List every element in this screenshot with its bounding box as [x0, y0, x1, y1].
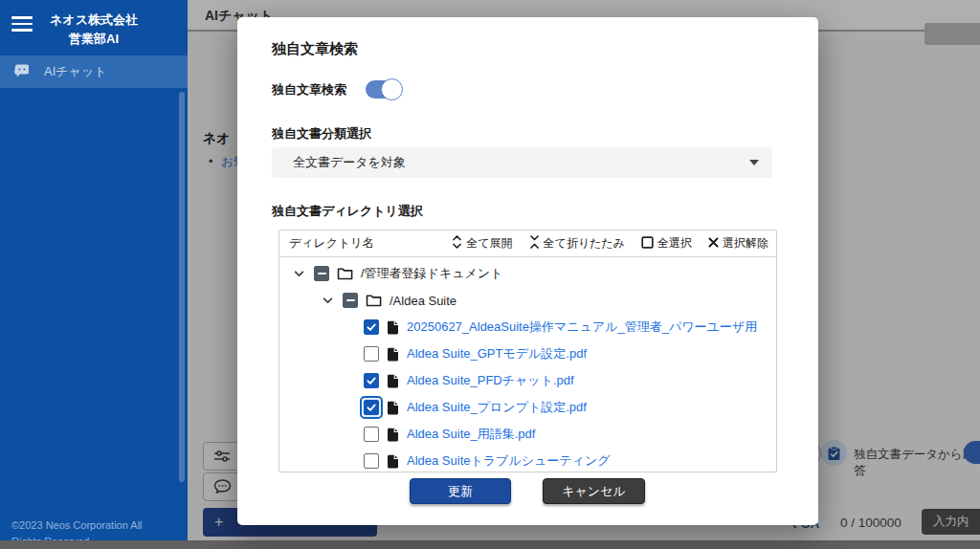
app-window: ネオス株式会社 営業部AI AIチャット ©2023 Neos Corporat… [0, 0, 980, 549]
dialog-title: 独自文章検索 [272, 40, 358, 58]
collapse-all-button[interactable]: 全て折りたたみ [529, 235, 625, 252]
app-name: 営業部AI [0, 30, 188, 49]
file-link[interactable]: 20250627_AldeaSuite操作マニュアル_管理者_パワーユーザ用 [407, 318, 757, 336]
deselect-all-label: 選択解除 [723, 235, 768, 252]
folder-icon [337, 267, 353, 280]
update-button[interactable]: 更新 [410, 478, 511, 504]
chevron-down-icon [749, 160, 759, 165]
file-link[interactable]: Aldea Suite_GPTモデル設定.pdf [407, 345, 587, 362]
tree-row-file: 20250627_AldeaSuite操作マニュアル_管理者_パワーユーザ用 [279, 314, 776, 340]
tree-row-folder: /管理者登録ドキュメント [279, 260, 776, 287]
checkbox-focus-ring [360, 396, 383, 419]
chat-bot-icon [13, 64, 31, 79]
sidebar-item-ai-chat[interactable]: AIチャット [0, 55, 188, 88]
sidebar-scrollbar[interactable] [179, 92, 185, 482]
file-icon [387, 374, 399, 388]
select-all-label: 全選択 [657, 235, 692, 252]
window-bottom-edge [0, 540, 980, 549]
file-link[interactable]: Aldea Suite_プロンプト設定.pdf [407, 399, 587, 416]
folder-name[interactable]: /管理者登録ドキュメント [361, 265, 502, 282]
unfold-more-icon [452, 235, 462, 252]
file-checkbox-unchecked[interactable] [364, 427, 379, 442]
company-name: ネオス株式会社 [0, 11, 188, 30]
tree-row-file: Aldea Suite_GPTモデル設定.pdf [279, 340, 776, 367]
sidebar-item-label: AIチャット [44, 63, 107, 80]
toggle-knob [381, 78, 403, 100]
category-select-label: 独自文書分類選択 [272, 125, 371, 143]
tree-row-file: Aldea Suite_用語集.pdf [279, 421, 776, 448]
tree-row-file: Aldea Suite_PFDチャット.pdf [279, 367, 776, 394]
sidebar-title: ネオス株式会社 営業部AI [0, 11, 188, 49]
chevron-down-icon[interactable] [293, 268, 306, 280]
close-x-icon [708, 237, 719, 251]
file-icon [387, 454, 399, 469]
search-toggle-label: 独自文章検索 [272, 81, 366, 99]
file-icon [387, 428, 399, 442]
custom-document-search-dialog: 独自文章検索 独自文章検索 独自文書分類選択 全文書データを対象 独自文書ディレ… [237, 17, 818, 525]
file-checkbox-checked[interactable] [364, 400, 379, 415]
category-select[interactable]: 全文書データを対象 [272, 147, 772, 178]
cancel-button[interactable]: キャンセル [543, 478, 645, 504]
folder-icon [366, 294, 382, 307]
category-selected-value: 全文書データを対象 [293, 154, 749, 171]
file-icon [387, 347, 399, 362]
tree-body: /管理者登録ドキュメント/Aldea Suite20250627_AldeaSu… [279, 257, 776, 472]
file-icon [387, 401, 399, 415]
tree-row-folder: /Aldea Suite [279, 287, 776, 314]
folder-checkbox-indeterminate[interactable] [314, 266, 329, 281]
expand-all-button[interactable]: 全て展開 [452, 235, 512, 252]
tree-row-file: Aldea Suiteトラブルシューティング [279, 448, 776, 472]
file-link[interactable]: Aldea Suite_用語集.pdf [407, 426, 535, 443]
directory-tree-table: ディレクトリ名 全て展開 全て折りたたみ 全選択 [278, 230, 777, 472]
tree-table-header: ディレクトリ名 全て展開 全て折りたたみ 全選択 [279, 231, 776, 257]
select-all-button[interactable]: 全選択 [641, 235, 692, 252]
file-checkbox-checked[interactable] [364, 373, 379, 388]
tree-row-file: Aldea Suite_プロンプト設定.pdf [279, 394, 776, 421]
directory-name-column-header: ディレクトリ名 [289, 235, 452, 252]
collapse-all-label: 全て折りたたみ [544, 235, 625, 252]
file-icon [387, 320, 399, 335]
deselect-all-button[interactable]: 選択解除 [708, 235, 768, 252]
file-link[interactable]: Aldea Suiteトラブルシューティング [407, 452, 611, 470]
file-checkbox-unchecked[interactable] [364, 346, 379, 362]
search-toggle-switch[interactable] [366, 80, 400, 99]
checkbox-outline-icon [641, 236, 654, 252]
unfold-less-icon [529, 235, 540, 252]
search-toggle-row: 独自文章検索 [272, 80, 400, 99]
file-link[interactable]: Aldea Suite_PFDチャット.pdf [407, 372, 574, 389]
folder-name[interactable]: /Aldea Suite [390, 294, 457, 308]
expand-all-label: 全て展開 [466, 235, 512, 252]
tree-controls: 全て展開 全て折りたたみ 全選択 選択解除 [452, 235, 768, 252]
file-checkbox-checked[interactable] [364, 319, 379, 335]
file-checkbox-unchecked[interactable] [364, 453, 379, 469]
folder-checkbox-indeterminate[interactable] [343, 293, 358, 308]
chevron-down-icon[interactable] [322, 295, 335, 307]
directory-select-label: 独自文書ディレクトリ選択 [272, 203, 423, 220]
sidebar: ネオス株式会社 営業部AI AIチャット ©2023 Neos Corporat… [0, 0, 188, 549]
